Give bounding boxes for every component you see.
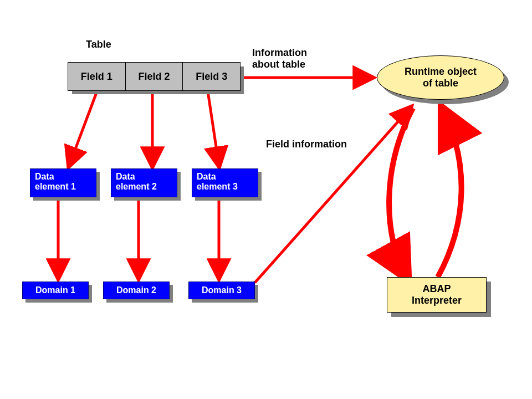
de1-line2: element 1 <box>35 182 76 191</box>
abap-line1: ABAP <box>422 283 451 294</box>
runtime-line1: Runtime object <box>405 66 477 77</box>
field-information-label: Field information <box>266 139 347 150</box>
runtime-object-ellipse: Runtime object of table <box>377 55 504 100</box>
de3-line1: Data <box>197 172 216 181</box>
info-about-table-line1: Information <box>252 47 307 58</box>
domain-1: Domain 1 <box>22 282 89 299</box>
domain-2: Domain 2 <box>103 282 170 299</box>
arrow-runtime-to-abap <box>389 108 413 276</box>
arrow-field1-to-de1 <box>69 91 97 165</box>
table-field-1: Field 1 <box>68 63 126 90</box>
info-about-table-label: Information about table <box>252 47 307 70</box>
de2-line2: element 2 <box>116 182 157 191</box>
runtime-line2: of table <box>423 78 458 89</box>
abap-interpreter-box: ABAP Interpreter <box>387 277 487 313</box>
info-about-table-line2: about table <box>252 59 305 70</box>
arrow-domain3-to-runtime <box>255 108 410 283</box>
arrow-abap-to-runtime <box>438 111 462 277</box>
de1-line1: Data <box>35 172 54 181</box>
de2-line1: Data <box>116 172 135 181</box>
table-title-label: Table <box>86 39 111 50</box>
table-field-3: Field 3 <box>183 63 240 90</box>
table-field-2: Field 2 <box>126 63 183 90</box>
de3-line2: element 3 <box>197 182 238 191</box>
data-element-2: Data element 2 <box>111 168 177 197</box>
table-fields-box: Field 1 Field 2 Field 3 <box>68 62 241 91</box>
domain-3: Domain 3 <box>188 282 255 299</box>
data-element-3: Data element 3 <box>192 168 258 197</box>
arrow-field3-to-de3 <box>208 91 219 165</box>
abap-line2: Interpreter <box>412 295 462 306</box>
data-element-1: Data element 1 <box>30 168 96 197</box>
